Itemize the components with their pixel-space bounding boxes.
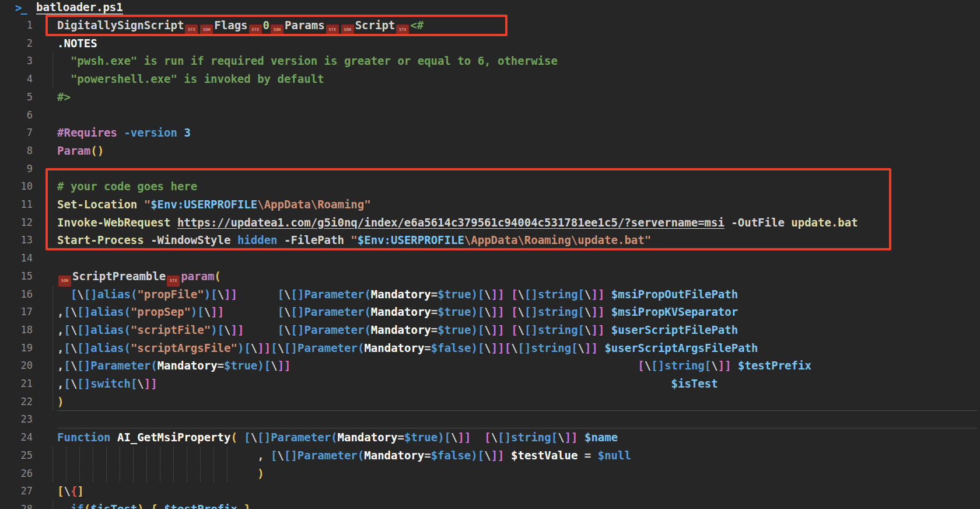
token: [ <box>484 431 491 444</box>
token: } <box>244 503 250 509</box>
token: \ <box>484 341 491 354</box>
token <box>244 323 277 336</box>
token: [] <box>291 305 304 318</box>
code-line-17[interactable]: 17,[\[]alias("propSep")[\]] [\[]Paramete… <box>0 303 980 321</box>
code-line-21[interactable]: 21,[\[]switch[\]] $isTest <box>0 375 980 393</box>
token: ]] <box>458 431 471 444</box>
token: [ <box>511 323 517 336</box>
token: string <box>538 305 578 318</box>
token: \ <box>137 377 144 390</box>
red-annotation-box-1 <box>46 15 508 36</box>
token: Parameter <box>298 449 358 462</box>
token: [ <box>478 341 484 354</box>
token: \ <box>518 305 524 318</box>
token: string <box>511 431 551 444</box>
token: ]] <box>257 341 271 354</box>
line-number: 5 <box>0 88 33 106</box>
token: [ <box>278 288 284 301</box>
indent-guide <box>52 357 53 375</box>
code-line-2[interactable]: 2.NOTES <box>0 34 980 53</box>
token: ScriptPreamble <box>72 270 166 283</box>
token: .NOTES <box>57 37 97 50</box>
line-number: 23 <box>0 410 33 428</box>
file-title[interactable]: batloader.ps1 <box>36 1 123 15</box>
code-line-20[interactable]: 20,[\[]Parameter(Mandatory=$true)[\]] [\… <box>0 357 980 375</box>
token: $testPrefix <box>738 359 811 372</box>
code-line-18[interactable]: 18,[\[]alias("scriptFile")[\]] [\[]Param… <box>0 321 980 339</box>
token: \ <box>484 323 491 336</box>
token: "propSep" <box>131 305 191 318</box>
token: , <box>57 305 64 318</box>
token: alias <box>90 305 124 318</box>
token: ]] <box>491 449 505 462</box>
code-line-8[interactable]: 8Param() <box>0 142 980 160</box>
token: ]] <box>718 359 732 372</box>
code-text: ) <box>57 465 264 483</box>
token: \ <box>584 323 591 336</box>
token: [] <box>77 323 90 336</box>
token: ) <box>211 323 217 336</box>
token: \ <box>218 288 224 301</box>
token: $isTest <box>671 377 718 390</box>
code-line-26[interactable]: 26 ) <box>0 465 980 483</box>
code-line-15[interactable]: 15SOHScriptPreambleSTXparam( <box>0 267 980 285</box>
token: \ <box>558 431 564 444</box>
code-line-5[interactable]: 5#> <box>0 88 980 106</box>
code-line-27[interactable]: 27[\{] <box>0 482 980 500</box>
code-line-6[interactable]: 6 <box>0 106 980 124</box>
code-line-24[interactable]: 24Function AI_GetMsiProperty( [\[]Parame… <box>0 428 980 447</box>
token: ]] <box>144 377 158 390</box>
token: ) <box>204 288 211 301</box>
token: , <box>57 377 64 390</box>
token <box>57 288 71 301</box>
token <box>291 359 638 372</box>
indent-guide <box>52 303 53 321</box>
code-line-23[interactable]: 23 <box>0 410 980 428</box>
indent-guide <box>52 339 53 357</box>
code-line-4[interactable]: 4 "powershell.exe" is invoked by default <box>0 70 980 88</box>
code-line-19[interactable]: 19,[\[]alias("scriptArgsFile")[\]][\[]Pa… <box>0 339 980 357</box>
token: ) <box>257 467 264 480</box>
token: $false <box>431 341 471 354</box>
token: [ <box>57 484 64 497</box>
token: [ <box>638 359 644 372</box>
indent-guide <box>52 321 53 339</box>
token: ]] <box>231 323 244 336</box>
code-line-14[interactable]: 14 <box>0 249 980 267</box>
token: alias <box>97 288 131 301</box>
token: ( <box>364 305 370 318</box>
powershell-icon: >_ <box>15 1 26 14</box>
code-line-22[interactable]: 22) <box>0 393 980 411</box>
token: [ <box>211 288 217 301</box>
line-number: 7 <box>0 124 33 142</box>
code-line-16[interactable]: 16 [\[]alias("propFile")[\]] [\[]Paramet… <box>0 285 980 304</box>
line-number: 2 <box>0 34 33 53</box>
token: Function <box>57 431 117 444</box>
code-line-7[interactable]: 7#Requires -version 3 <box>0 124 980 142</box>
code-line-25[interactable]: 25 , [\[]Parameter(Mandatory=$false)[\]]… <box>0 447 980 465</box>
token: , <box>57 449 271 462</box>
code-text: "pwsh.exe" is run if required version is… <box>57 52 558 70</box>
token: $false <box>431 449 471 462</box>
token: () <box>90 144 104 157</box>
token: string <box>664 359 705 372</box>
token: ]] <box>491 323 505 336</box>
code-line-28[interactable]: 28 if($isTest) { $testPrefix } <box>0 500 980 509</box>
token: [ <box>578 305 584 318</box>
code-text: "powershell.exe" is invoked by default <box>57 70 324 88</box>
token: [] <box>524 288 538 301</box>
code-text: ,[\[]alias("propSep")[\]] [\[]Parameter(… <box>57 303 738 321</box>
token: Mandatory <box>371 305 431 318</box>
token: Mandatory <box>158 359 218 372</box>
line-number: 25 <box>0 447 33 465</box>
token: ]] <box>278 359 291 372</box>
token: ( <box>364 288 370 301</box>
token: [] <box>291 288 304 301</box>
token: ]] <box>591 305 604 318</box>
token: [ <box>511 288 517 301</box>
token: $isTest <box>90 503 137 509</box>
token: [ <box>578 323 584 336</box>
token: ) <box>471 323 477 336</box>
token: ( <box>124 305 130 318</box>
code-line-3[interactable]: 3 "pwsh.exe" is run if required version … <box>0 52 980 70</box>
